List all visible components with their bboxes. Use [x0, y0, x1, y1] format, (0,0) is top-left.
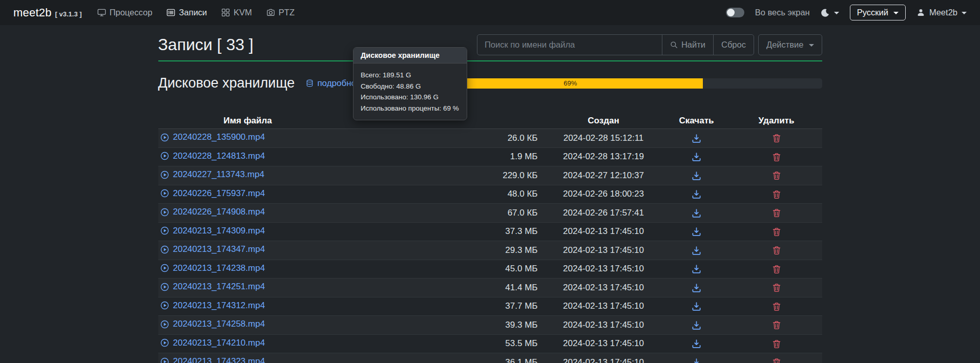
play-icon[interactable]	[160, 208, 169, 217]
table-row: 20240228_124813.mp4 1.9 МБ 2024-02-28 13…	[158, 147, 822, 166]
popover-body: Всего: 189.51 G Свободно: 48.86 G Исполь…	[353, 63, 467, 120]
delete-icon[interactable]	[772, 190, 781, 199]
file-created: 2024-02-27 12:10:37	[545, 166, 662, 185]
table-row: 20240213_174251.mp4 41.4 МБ 2024-02-13 1…	[158, 279, 822, 297]
file-link[interactable]: 20240213_174238.mp4	[173, 263, 265, 274]
table-row: 20240213_174258.mp4 39.3 МБ 2024-02-13 1…	[158, 316, 822, 335]
file-size: 37.3 МБ	[338, 222, 545, 241]
file-created: 2024-02-13 17:45:10	[545, 241, 662, 260]
theme-dropdown[interactable]	[821, 8, 839, 17]
download-icon[interactable]	[692, 302, 701, 311]
language-select[interactable]: Русский	[850, 5, 906, 20]
records-count: [ 33 ]	[217, 35, 254, 54]
reset-button-label: Сброс	[721, 40, 746, 50]
file-link[interactable]: 20240213_174258.mp4	[173, 318, 265, 330]
download-icon[interactable]	[692, 134, 701, 143]
download-icon[interactable]	[692, 358, 701, 363]
download-icon[interactable]	[692, 246, 701, 255]
file-size: 36.1 МБ	[338, 353, 545, 363]
delete-icon[interactable]	[772, 153, 781, 162]
download-icon[interactable]	[692, 283, 701, 293]
user-menu[interactable]: Meet2b	[916, 8, 967, 17]
delete-icon[interactable]	[772, 321, 781, 330]
fullscreen-switch[interactable]	[726, 8, 744, 17]
file-created: 2024-02-28 13:17:19	[545, 147, 662, 166]
download-icon[interactable]	[692, 171, 701, 181]
disk-details-link[interactable]: подробно	[306, 78, 356, 89]
delete-icon[interactable]	[772, 171, 781, 180]
file-link[interactable]: 20240227_113743.mp4	[173, 169, 264, 180]
switch-knob	[727, 9, 735, 16]
download-icon[interactable]	[692, 152, 701, 162]
brand[interactable]: meet2b [ v3.1.3 ]	[13, 6, 82, 19]
delete-icon[interactable]	[772, 246, 781, 255]
download-icon[interactable]	[692, 339, 701, 349]
fullscreen-label: Во весь экран	[755, 8, 810, 17]
file-size: 26.0 КБ	[338, 129, 545, 148]
file-link[interactable]: 20240213_174312.mp4	[173, 300, 265, 311]
file-link[interactable]: 20240213_174309.mp4	[173, 225, 265, 237]
download-icon[interactable]	[692, 264, 701, 274]
disk-details-label: подробно	[317, 78, 356, 89]
file-created: 2024-02-26 17:57:41	[545, 204, 662, 223]
delete-icon[interactable]	[772, 358, 781, 363]
file-link[interactable]: 20240213_174347.mp4	[173, 244, 265, 255]
download-icon[interactable]	[692, 321, 701, 330]
play-icon[interactable]	[160, 320, 169, 329]
delete-icon[interactable]	[772, 134, 781, 143]
search-input[interactable]	[477, 34, 662, 55]
file-link[interactable]: 20240228_135900.mp4	[173, 132, 265, 143]
disk-storage-row: Дисковое хранилище подробно 69%	[158, 75, 822, 91]
play-icon[interactable]	[160, 338, 169, 347]
popover-line: Использовано проценты: 69 %	[361, 103, 460, 114]
file-created: 2024-02-13 17:45:10	[545, 334, 662, 353]
file-link[interactable]: 20240213_174210.mp4	[173, 337, 265, 349]
disk-storage-popover: Дисковое хранилище Всего: 189.51 G Свобо…	[353, 47, 467, 120]
delete-icon[interactable]	[772, 227, 781, 237]
nav-item-ptz[interactable]: PTZ	[266, 8, 295, 17]
delete-icon[interactable]	[772, 302, 781, 311]
chevron-down-icon	[809, 44, 814, 47]
play-icon[interactable]	[160, 357, 169, 363]
play-icon[interactable]	[160, 189, 169, 198]
file-size: 229.0 КБ	[338, 166, 545, 185]
nav-item-records[interactable]: Записи	[166, 8, 207, 17]
find-button[interactable]: Найти	[662, 34, 714, 55]
download-icon[interactable]	[692, 189, 701, 199]
file-link[interactable]: 20240226_174908.mp4	[173, 206, 265, 218]
play-icon[interactable]	[160, 133, 169, 142]
play-icon[interactable]	[160, 226, 169, 235]
play-icon[interactable]	[160, 152, 169, 160]
nav-item-kvm[interactable]: KVM	[221, 8, 252, 17]
play-icon[interactable]	[160, 301, 169, 310]
play-icon[interactable]	[160, 170, 169, 179]
disk-storage-title: Дисковое хранилище	[158, 75, 295, 91]
page-title: Записи [ 33 ]	[158, 35, 254, 54]
search-icon	[670, 41, 678, 49]
brand-version: [ v3.1.3 ]	[55, 10, 82, 18]
language-value: Русский	[857, 8, 888, 17]
play-icon[interactable]	[160, 264, 169, 272]
disk-percent-label: 69%	[564, 79, 577, 87]
col-header-delete: Удалить	[731, 115, 822, 129]
download-icon[interactable]	[692, 227, 701, 237]
file-link[interactable]: 20240226_175937.mp4	[173, 188, 265, 199]
file-link[interactable]: 20240213_174323.mp4	[173, 356, 265, 363]
popover-line: Использовано: 130.96 G	[361, 92, 460, 103]
file-size: 45.0 МБ	[338, 260, 545, 279]
nav-item-processor[interactable]: Процессор	[97, 8, 153, 17]
table-row: 20240213_174347.mp4 29.3 МБ 2024-02-13 1…	[158, 241, 822, 260]
play-icon[interactable]	[160, 283, 169, 291]
nav-label: Процессор	[110, 8, 153, 17]
file-link[interactable]: 20240213_174251.mp4	[173, 281, 265, 292]
action-dropdown-button[interactable]: Действие	[758, 34, 822, 55]
file-link[interactable]: 20240228_124813.mp4	[173, 151, 265, 162]
reset-button[interactable]: Сброс	[713, 34, 754, 55]
delete-icon[interactable]	[772, 265, 781, 274]
delete-icon[interactable]	[772, 208, 781, 218]
play-icon[interactable]	[160, 245, 169, 254]
delete-icon[interactable]	[772, 339, 781, 349]
download-icon[interactable]	[692, 208, 701, 218]
delete-icon[interactable]	[772, 283, 781, 292]
file-size: 1.9 МБ	[338, 147, 545, 166]
